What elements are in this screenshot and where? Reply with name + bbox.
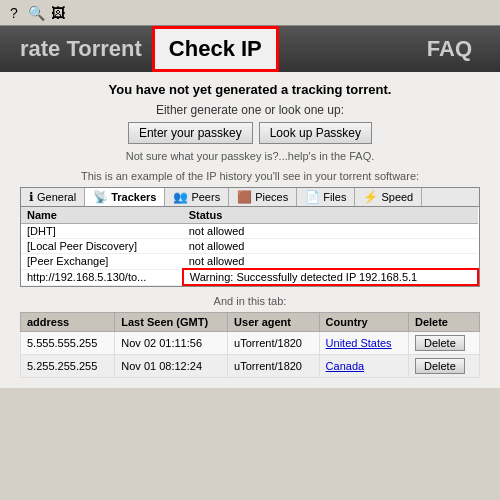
last-seen: Nov 01 08:12:24: [115, 355, 228, 378]
image-icon[interactable]: 🖼: [49, 4, 67, 22]
ip-row: 5.555.555.255 Nov 02 01:11:56 uTorrent/1…: [21, 332, 480, 355]
country-cell: United States: [319, 332, 408, 355]
user-agent: uTorrent/1820: [228, 355, 319, 378]
ip-row: 5.255.255.255 Nov 01 08:12:24 uTorrent/1…: [21, 355, 480, 378]
delete-cell: Delete: [408, 355, 479, 378]
help-text: Not sure what your passkey is?...help's …: [20, 150, 480, 162]
table-row: [Local Peer Discovery] not allowed: [21, 239, 478, 254]
passkey-buttons: Enter your passkey Look up Passkey: [20, 122, 480, 144]
nav-faq[interactable]: FAQ: [409, 26, 490, 72]
pieces-icon: 🟫: [237, 190, 252, 204]
country-cell: Canada: [319, 355, 408, 378]
tab-trackers[interactable]: 📡 Trackers: [85, 188, 165, 206]
general-icon: ℹ: [29, 190, 34, 204]
ip-address: 5.555.555.255: [21, 332, 115, 355]
torrent-mockup: ℹ General 📡 Trackers 👥 Peers 🟫 Pieces 📄 …: [20, 187, 480, 287]
col-country: Country: [319, 313, 408, 332]
delete-cell: Delete: [408, 332, 479, 355]
torrent-table: Name Status [DHT] not allowed [Local Pee…: [21, 207, 479, 286]
col-status: Status: [183, 207, 478, 224]
files-icon: 📄: [305, 190, 320, 204]
col-user-agent: User agent: [228, 313, 319, 332]
col-delete: Delete: [408, 313, 479, 332]
col-name: Name: [21, 207, 183, 224]
tab-peers[interactable]: 👥 Peers: [165, 188, 229, 206]
country-link[interactable]: United States: [326, 337, 392, 349]
user-agent: uTorrent/1820: [228, 332, 319, 355]
nav-checkip[interactable]: Check IP: [152, 26, 279, 72]
generate-line: Either generate one or look one up:: [20, 103, 480, 117]
tab-files[interactable]: 📄 Files: [297, 188, 355, 206]
headline-text: You have not yet generated a tracking to…: [20, 82, 480, 97]
table-row: [DHT] not allowed: [21, 224, 478, 239]
peers-icon: 👥: [173, 190, 188, 204]
question-icon[interactable]: ?: [5, 4, 23, 22]
tab-general[interactable]: ℹ General: [21, 188, 85, 206]
nav-rate-torrent[interactable]: rate Torrent: [10, 26, 152, 72]
example-text: This is an example of the IP history you…: [20, 170, 480, 182]
col-last-seen: Last Seen (GMT): [115, 313, 228, 332]
torrent-tabs: ℹ General 📡 Trackers 👥 Peers 🟫 Pieces 📄 …: [21, 188, 479, 207]
delete-button[interactable]: Delete: [415, 335, 465, 351]
trackers-icon: 📡: [93, 190, 108, 204]
country-link[interactable]: Canada: [326, 360, 365, 372]
col-address: address: [21, 313, 115, 332]
ip-address: 5.255.255.255: [21, 355, 115, 378]
camera-icon[interactable]: 🔍: [27, 4, 45, 22]
table-row-highlight: http://192.168.5.130/to... Warning: Succ…: [21, 269, 478, 285]
enter-passkey-button[interactable]: Enter your passkey: [128, 122, 253, 144]
delete-button[interactable]: Delete: [415, 358, 465, 374]
table-row: [Peer Exchange] not allowed: [21, 254, 478, 270]
ip-table: address Last Seen (GMT) User agent Count…: [20, 312, 480, 378]
toolbar: ? 🔍 🖼: [0, 0, 500, 26]
navbar: rate Torrent Check IP FAQ: [0, 26, 500, 72]
lookup-passkey-button[interactable]: Look up Passkey: [259, 122, 372, 144]
last-seen: Nov 02 01:11:56: [115, 332, 228, 355]
main-content: You have not yet generated a tracking to…: [0, 72, 500, 388]
tab-pieces[interactable]: 🟫 Pieces: [229, 188, 297, 206]
tab-speed[interactable]: ⚡ Speed: [355, 188, 422, 206]
speed-icon: ⚡: [363, 190, 378, 204]
and-in-tab-text: And in this tab:: [20, 295, 480, 307]
